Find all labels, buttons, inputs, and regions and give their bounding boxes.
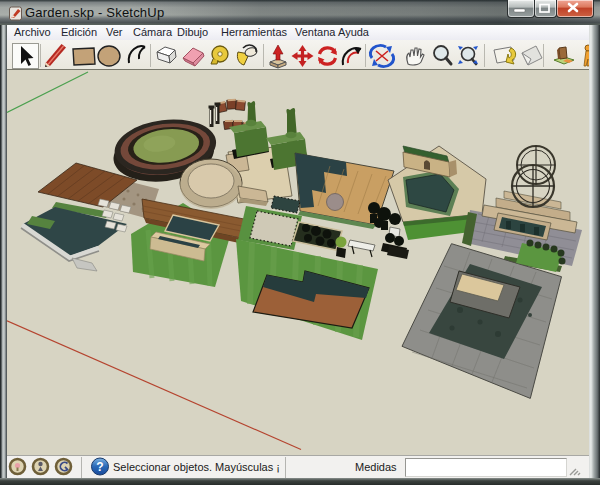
svg-text:?: ?	[96, 460, 103, 474]
